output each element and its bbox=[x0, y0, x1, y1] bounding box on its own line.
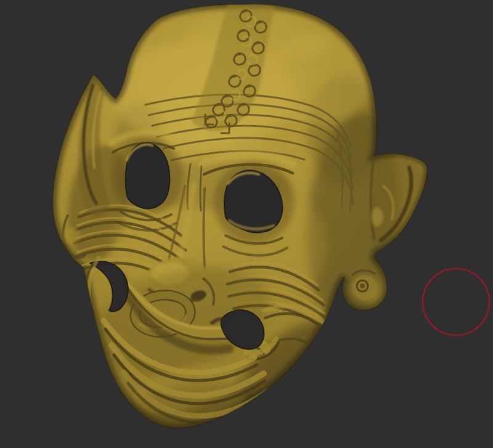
sculpt-viewport[interactable] bbox=[0, 0, 493, 448]
right-earlobe bbox=[352, 275, 378, 301]
nose-bridge-crease bbox=[204, 189, 205, 271]
left-earlobe-highlight bbox=[63, 227, 80, 244]
sculpt-viewport-canvas[interactable] bbox=[0, 0, 493, 448]
earlobe-piercing-hole bbox=[360, 283, 365, 288]
right-ear-tragus-highlight bbox=[371, 207, 383, 227]
